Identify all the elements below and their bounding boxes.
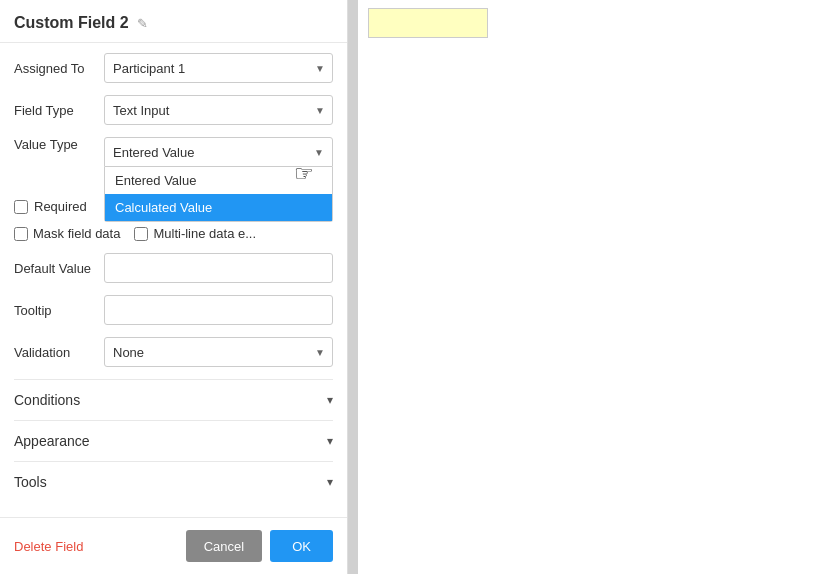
- value-type-row: Value Type Entered Value ▼ Entered Value…: [14, 137, 333, 167]
- assigned-to-row: Assigned To Participant 1 ▼: [14, 53, 333, 83]
- tools-section: Tools ▾: [14, 461, 333, 502]
- multiline-checkbox[interactable]: [134, 227, 148, 241]
- appearance-chevron-icon: ▾: [327, 434, 333, 448]
- appearance-title: Appearance: [14, 433, 90, 449]
- conditions-title: Conditions: [14, 392, 80, 408]
- delete-field-button[interactable]: Delete Field: [14, 539, 83, 554]
- panel-title: Custom Field 2: [14, 14, 129, 32]
- yellow-field-input[interactable]: [368, 8, 488, 38]
- conditions-chevron-icon: ▾: [327, 393, 333, 407]
- panel-footer: Delete Field Cancel OK: [0, 517, 347, 574]
- field-type-label: Field Type: [14, 103, 104, 118]
- appearance-section: Appearance ▾: [14, 420, 333, 461]
- appearance-header[interactable]: Appearance ▾: [14, 433, 333, 449]
- value-type-chevron-icon: ▼: [314, 147, 324, 158]
- field-type-select[interactable]: Text Input: [104, 95, 333, 125]
- validation-row: Validation None ▼: [14, 337, 333, 367]
- mask-label: Mask field data: [33, 226, 120, 241]
- ok-button[interactable]: OK: [270, 530, 333, 562]
- conditions-section: Conditions ▾: [14, 379, 333, 420]
- mask-checkbox[interactable]: [14, 227, 28, 241]
- default-value-label: Default Value: [14, 261, 104, 276]
- validation-select-wrapper: None ▼: [104, 337, 333, 367]
- edit-icon[interactable]: ✎: [137, 16, 148, 31]
- dropdown-item-entered[interactable]: Entered Value: [105, 167, 332, 194]
- value-type-select-wrapper: Entered Value ▼ Entered Value Calculated…: [104, 137, 333, 167]
- right-panel: [348, 0, 830, 574]
- value-type-dropdown: Entered Value Calculated Value: [104, 167, 333, 222]
- cancel-button[interactable]: Cancel: [186, 530, 262, 562]
- field-type-select-wrapper: Text Input ▼: [104, 95, 333, 125]
- tools-chevron-icon: ▾: [327, 475, 333, 489]
- validation-select[interactable]: None: [104, 337, 333, 367]
- value-type-input[interactable]: Entered Value ▼: [104, 137, 333, 167]
- right-panel-inner: [358, 0, 830, 574]
- value-type-text: Entered Value: [113, 145, 194, 160]
- assigned-to-select-wrapper: Participant 1 ▼: [104, 53, 333, 83]
- required-checkbox[interactable]: [14, 200, 28, 214]
- mask-multiline-row: Mask field data Multi-line data e...: [14, 226, 333, 241]
- multiline-label: Multi-line data e...: [153, 226, 256, 241]
- field-type-row: Field Type Text Input ▼: [14, 95, 333, 125]
- tools-header[interactable]: Tools ▾: [14, 474, 333, 490]
- dropdown-item-calculated[interactable]: Calculated Value: [105, 194, 332, 221]
- tools-title: Tools: [14, 474, 47, 490]
- panel-header: Custom Field 2 ✎: [0, 0, 347, 43]
- assigned-to-select[interactable]: Participant 1: [104, 53, 333, 83]
- conditions-header[interactable]: Conditions ▾: [14, 392, 333, 408]
- mask-group: Mask field data: [14, 226, 120, 241]
- tooltip-input[interactable]: [104, 295, 333, 325]
- panel-body: Assigned To Participant 1 ▼ Field Type T…: [0, 43, 347, 517]
- value-type-label: Value Type: [14, 137, 104, 152]
- settings-panel: Custom Field 2 ✎ Assigned To Participant…: [0, 0, 348, 574]
- default-value-input[interactable]: [104, 253, 333, 283]
- assigned-to-label: Assigned To: [14, 61, 104, 76]
- multiline-group: Multi-line data e...: [134, 226, 256, 241]
- default-value-row: Default Value: [14, 253, 333, 283]
- validation-label: Validation: [14, 345, 104, 360]
- required-label: Required: [34, 199, 87, 214]
- tooltip-row: Tooltip: [14, 295, 333, 325]
- tooltip-label: Tooltip: [14, 303, 104, 318]
